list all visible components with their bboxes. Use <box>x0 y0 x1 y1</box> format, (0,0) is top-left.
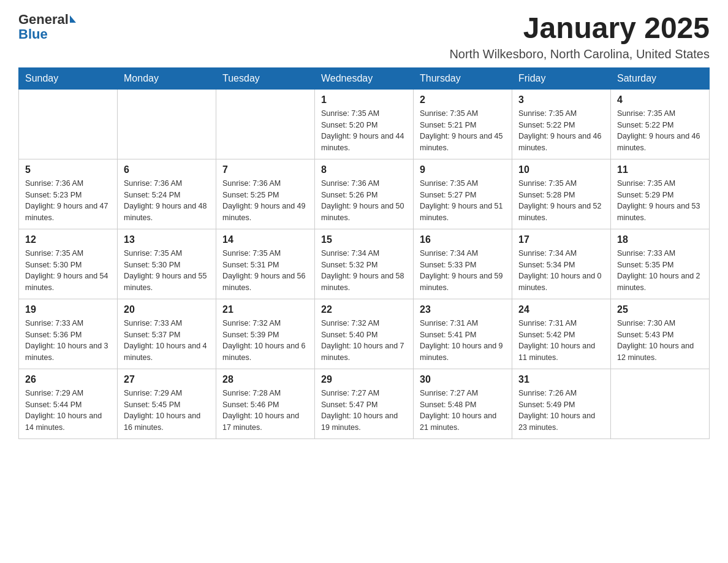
calendar-cell: 7Sunrise: 7:36 AMSunset: 5:25 PMDaylight… <box>216 159 315 229</box>
day-info: Sunrise: 7:36 AMSunset: 5:26 PMDaylight:… <box>321 178 407 224</box>
calendar-cell: 31Sunrise: 7:26 AMSunset: 5:49 PMDayligh… <box>512 369 611 439</box>
logo-general: General <box>18 12 69 27</box>
day-info: Sunrise: 7:35 AMSunset: 5:29 PMDaylight:… <box>617 178 703 224</box>
day-info: Sunrise: 7:35 AMSunset: 5:20 PMDaylight:… <box>321 108 407 154</box>
day-info: Sunrise: 7:33 AMSunset: 5:35 PMDaylight:… <box>617 248 703 294</box>
day-info: Sunrise: 7:35 AMSunset: 5:22 PMDaylight:… <box>518 108 604 154</box>
calendar-cell: 24Sunrise: 7:31 AMSunset: 5:42 PMDayligh… <box>512 299 611 369</box>
day-info: Sunrise: 7:29 AMSunset: 5:44 PMDaylight:… <box>25 388 111 434</box>
day-info: Sunrise: 7:33 AMSunset: 5:36 PMDaylight:… <box>25 318 111 364</box>
calendar-cell: 26Sunrise: 7:29 AMSunset: 5:44 PMDayligh… <box>19 369 118 439</box>
weekday-header-saturday: Saturday <box>611 67 710 89</box>
day-number: 28 <box>222 374 308 385</box>
day-info: Sunrise: 7:36 AMSunset: 5:24 PMDaylight:… <box>124 178 210 224</box>
weekday-header-wednesday: Wednesday <box>315 67 414 89</box>
day-number: 4 <box>617 94 703 105</box>
calendar-week-row: 19Sunrise: 7:33 AMSunset: 5:36 PMDayligh… <box>19 299 710 369</box>
day-info: Sunrise: 7:36 AMSunset: 5:25 PMDaylight:… <box>222 178 308 224</box>
day-info: Sunrise: 7:34 AMSunset: 5:33 PMDaylight:… <box>420 248 506 294</box>
calendar-cell: 4Sunrise: 7:35 AMSunset: 5:22 PMDaylight… <box>611 89 710 159</box>
day-info: Sunrise: 7:32 AMSunset: 5:40 PMDaylight:… <box>321 318 407 364</box>
calendar-cell: 30Sunrise: 7:27 AMSunset: 5:48 PMDayligh… <box>414 369 512 439</box>
day-info: Sunrise: 7:35 AMSunset: 5:31 PMDaylight:… <box>222 248 308 294</box>
day-number: 18 <box>617 234 703 245</box>
day-number: 20 <box>124 304 210 315</box>
day-number: 2 <box>420 94 506 105</box>
title-section: January 2025 North Wilkesboro, North Car… <box>449 12 710 61</box>
calendar-cell: 27Sunrise: 7:29 AMSunset: 5:45 PMDayligh… <box>118 369 216 439</box>
weekday-header-tuesday: Tuesday <box>216 67 315 89</box>
day-number: 17 <box>518 234 604 245</box>
calendar-cell <box>19 89 118 159</box>
calendar-cell: 9Sunrise: 7:35 AMSunset: 5:27 PMDaylight… <box>414 159 512 229</box>
day-number: 7 <box>222 164 308 175</box>
day-info: Sunrise: 7:27 AMSunset: 5:48 PMDaylight:… <box>420 388 506 434</box>
calendar-cell: 19Sunrise: 7:33 AMSunset: 5:36 PMDayligh… <box>19 299 118 369</box>
calendar-cell: 13Sunrise: 7:35 AMSunset: 5:30 PMDayligh… <box>118 229 216 299</box>
calendar-cell: 14Sunrise: 7:35 AMSunset: 5:31 PMDayligh… <box>216 229 315 299</box>
day-info: Sunrise: 7:34 AMSunset: 5:32 PMDaylight:… <box>321 248 407 294</box>
calendar-cell: 23Sunrise: 7:31 AMSunset: 5:41 PMDayligh… <box>414 299 512 369</box>
calendar-cell <box>216 89 315 159</box>
day-info: Sunrise: 7:35 AMSunset: 5:30 PMDaylight:… <box>25 248 111 294</box>
day-number: 26 <box>25 374 111 385</box>
day-info: Sunrise: 7:26 AMSunset: 5:49 PMDaylight:… <box>518 388 604 434</box>
day-info: Sunrise: 7:34 AMSunset: 5:34 PMDaylight:… <box>518 248 604 294</box>
calendar-cell: 17Sunrise: 7:34 AMSunset: 5:34 PMDayligh… <box>512 229 611 299</box>
calendar-cell: 28Sunrise: 7:28 AMSunset: 5:46 PMDayligh… <box>216 369 315 439</box>
calendar-cell: 12Sunrise: 7:35 AMSunset: 5:30 PMDayligh… <box>19 229 118 299</box>
calendar-cell: 3Sunrise: 7:35 AMSunset: 5:22 PMDaylight… <box>512 89 611 159</box>
calendar-cell: 18Sunrise: 7:33 AMSunset: 5:35 PMDayligh… <box>611 229 710 299</box>
day-number: 12 <box>25 234 111 245</box>
calendar-cell: 21Sunrise: 7:32 AMSunset: 5:39 PMDayligh… <box>216 299 315 369</box>
day-info: Sunrise: 7:36 AMSunset: 5:23 PMDaylight:… <box>25 178 111 224</box>
calendar-cell: 20Sunrise: 7:33 AMSunset: 5:37 PMDayligh… <box>118 299 216 369</box>
weekday-header-thursday: Thursday <box>414 67 512 89</box>
day-info: Sunrise: 7:35 AMSunset: 5:22 PMDaylight:… <box>617 108 703 154</box>
weekday-header-friday: Friday <box>512 67 611 89</box>
calendar-cell: 22Sunrise: 7:32 AMSunset: 5:40 PMDayligh… <box>315 299 414 369</box>
day-info: Sunrise: 7:35 AMSunset: 5:30 PMDaylight:… <box>124 248 210 294</box>
weekday-header-row: SundayMondayTuesdayWednesdayThursdayFrid… <box>19 67 710 89</box>
day-number: 15 <box>321 234 407 245</box>
month-title: January 2025 <box>449 12 710 45</box>
day-number: 29 <box>321 374 407 385</box>
day-number: 3 <box>518 94 604 105</box>
page-header: General Blue January 2025 North Wilkesbo… <box>18 12 710 61</box>
day-number: 10 <box>518 164 604 175</box>
day-info: Sunrise: 7:29 AMSunset: 5:45 PMDaylight:… <box>124 388 210 434</box>
calendar-week-row: 5Sunrise: 7:36 AMSunset: 5:23 PMDaylight… <box>19 159 710 229</box>
day-number: 27 <box>124 374 210 385</box>
calendar-cell: 29Sunrise: 7:27 AMSunset: 5:47 PMDayligh… <box>315 369 414 439</box>
day-info: Sunrise: 7:31 AMSunset: 5:42 PMDaylight:… <box>518 318 604 364</box>
day-info: Sunrise: 7:31 AMSunset: 5:41 PMDaylight:… <box>420 318 506 364</box>
day-info: Sunrise: 7:35 AMSunset: 5:28 PMDaylight:… <box>518 178 604 224</box>
day-info: Sunrise: 7:28 AMSunset: 5:46 PMDaylight:… <box>222 388 308 434</box>
day-info: Sunrise: 7:35 AMSunset: 5:21 PMDaylight:… <box>420 108 506 154</box>
calendar-cell: 15Sunrise: 7:34 AMSunset: 5:32 PMDayligh… <box>315 229 414 299</box>
calendar-cell: 5Sunrise: 7:36 AMSunset: 5:23 PMDaylight… <box>19 159 118 229</box>
calendar-cell: 6Sunrise: 7:36 AMSunset: 5:24 PMDaylight… <box>118 159 216 229</box>
calendar-cell: 11Sunrise: 7:35 AMSunset: 5:29 PMDayligh… <box>611 159 710 229</box>
calendar-cell <box>611 369 710 439</box>
day-number: 14 <box>222 234 308 245</box>
day-info: Sunrise: 7:32 AMSunset: 5:39 PMDaylight:… <box>222 318 308 364</box>
day-number: 19 <box>25 304 111 315</box>
day-info: Sunrise: 7:35 AMSunset: 5:27 PMDaylight:… <box>420 178 506 224</box>
day-number: 11 <box>617 164 703 175</box>
day-number: 31 <box>518 374 604 385</box>
day-number: 13 <box>124 234 210 245</box>
day-number: 22 <box>321 304 407 315</box>
day-info: Sunrise: 7:30 AMSunset: 5:43 PMDaylight:… <box>617 318 703 364</box>
calendar-week-row: 12Sunrise: 7:35 AMSunset: 5:30 PMDayligh… <box>19 229 710 299</box>
calendar-table: SundayMondayTuesdayWednesdayThursdayFrid… <box>18 67 710 439</box>
day-number: 5 <box>25 164 111 175</box>
calendar-cell: 10Sunrise: 7:35 AMSunset: 5:28 PMDayligh… <box>512 159 611 229</box>
weekday-header-sunday: Sunday <box>19 67 118 89</box>
day-number: 30 <box>420 374 506 385</box>
calendar-cell: 25Sunrise: 7:30 AMSunset: 5:43 PMDayligh… <box>611 299 710 369</box>
day-number: 1 <box>321 94 407 105</box>
logo-blue: Blue <box>18 27 76 42</box>
day-number: 25 <box>617 304 703 315</box>
logo-triangle-icon <box>70 15 76 23</box>
